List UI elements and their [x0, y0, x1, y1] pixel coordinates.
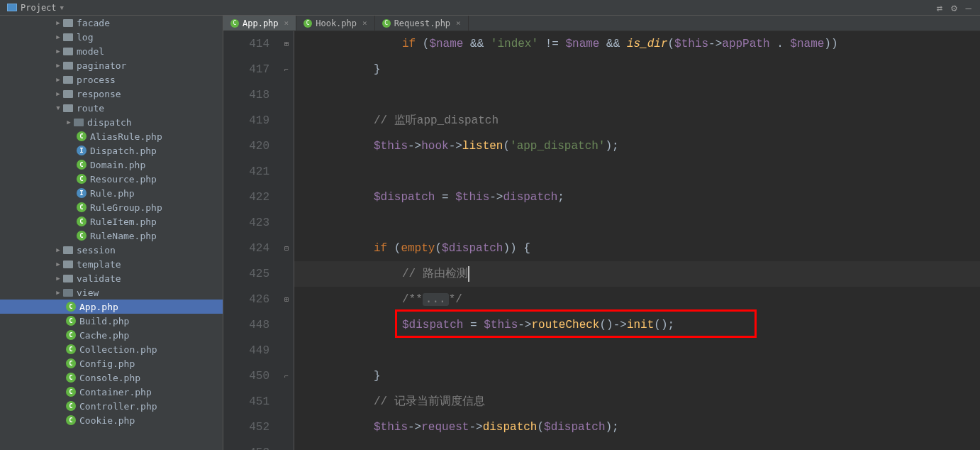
tree-folder[interactable]: template	[0, 257, 223, 271]
code-line[interactable]: if ($name && 'index' != $name && is_dir(…	[294, 31, 980, 57]
code-line[interactable]	[294, 159, 980, 185]
editor-tab[interactable]: CHook.php×	[296, 16, 374, 31]
tab-label: Request.php	[394, 18, 450, 28]
tree-item-label: RuleName.php	[90, 231, 157, 241]
fold-expand-icon[interactable]: ⊞	[282, 39, 291, 49]
tree-folder[interactable]: session	[0, 243, 223, 257]
code-line[interactable]	[294, 82, 980, 108]
tree-folder[interactable]: log	[0, 30, 223, 44]
tree-folder[interactable]: view	[0, 285, 223, 300]
code-line[interactable]: $dispatch = $this->dispatch;	[294, 185, 980, 210]
tree-folder[interactable]: validate	[0, 271, 223, 285]
tree-file[interactable]: CController.php	[0, 399, 223, 413]
code-content[interactable]: if ($name && 'index' != $name && is_dir(…	[294, 31, 980, 450]
tree-arrow-icon[interactable]	[53, 62, 63, 69]
code-line[interactable]: $this->request->dispatch($dispatch);	[294, 415, 980, 440]
tree-file[interactable]: CRuleItem.php	[0, 214, 223, 229]
tree-arrow-icon[interactable]	[53, 19, 63, 26]
tree-file[interactable]: CResource.php	[0, 172, 223, 186]
line-number: 418	[223, 82, 269, 108]
tree-folder[interactable]: process	[0, 72, 223, 87]
tree-arrow-icon[interactable]	[53, 260, 63, 268]
tree-item-label: validate	[77, 273, 121, 284]
tree-file[interactable]: CConfig.php	[0, 356, 223, 371]
code-line[interactable]: /**...*/	[294, 287, 980, 312]
tree-file[interactable]: CDomain.php	[0, 158, 223, 172]
tree-folder[interactable]: model	[0, 44, 223, 58]
code-line[interactable]: // 记录当前调度信息	[294, 389, 980, 415]
tree-file[interactable]: CAliasRule.php	[0, 129, 223, 143]
line-number: 449	[223, 338, 269, 363]
code-line[interactable]: if (empty($dispatch)) {	[294, 236, 980, 261]
line-number: 420	[223, 133, 269, 159]
folder-icon	[63, 104, 73, 112]
code-line[interactable]: // 监听app_dispatch	[294, 108, 980, 133]
tree-item-label: route	[77, 103, 104, 114]
fold-end-icon[interactable]: ⌐	[282, 371, 291, 381]
editor-tab[interactable]: CRequest.php×	[375, 16, 469, 31]
close-icon[interactable]: ×	[362, 18, 367, 28]
tree-arrow-icon[interactable]	[53, 90, 63, 97]
tree-file[interactable]: CCache.php	[0, 328, 223, 342]
project-tree[interactable]: facadelogmodelpaginatorprocessresponsero…	[0, 16, 223, 450]
settings-slider-icon[interactable]: ⇄	[937, 2, 942, 13]
fold-column[interactable]: ⊞⌐⊟⊞⌐	[280, 31, 294, 450]
code-line[interactable]	[294, 338, 980, 363]
tree-arrow-icon[interactable]	[53, 289, 63, 296]
tree-file[interactable]: CRuleGroup.php	[0, 200, 223, 214]
tree-file[interactable]: CConsole.php	[0, 371, 223, 385]
close-icon[interactable]: ×	[456, 18, 461, 28]
tree-folder[interactable]: dispatch	[0, 115, 223, 129]
fold-collapse-icon[interactable]: ⊟	[282, 243, 291, 253]
line-numbers: 4144174184194204214224234244254264484494…	[223, 31, 280, 450]
tree-item-label: log	[77, 32, 93, 43]
tree-file[interactable]: CRuleName.php	[0, 229, 223, 243]
php-file-icon: C	[66, 415, 76, 425]
tree-folder[interactable]: response	[0, 87, 223, 101]
fold-end-icon[interactable]: ⌐	[282, 65, 291, 75]
tree-file[interactable]: CContainer.php	[0, 385, 223, 399]
tree-file[interactable]: IDispatch.php	[0, 143, 223, 158]
tree-file[interactable]: CCookie.php	[0, 413, 223, 427]
line-number: 424	[223, 236, 269, 261]
code-line[interactable]	[294, 440, 980, 450]
collapse-icon[interactable]: —	[966, 2, 971, 13]
tree-arrow-icon[interactable]	[53, 246, 63, 253]
tree-item-label: Rule.php	[90, 188, 135, 199]
editor-tabs: CApp.php×CHook.php×CRequest.php×	[223, 16, 980, 31]
tree-arrow-icon[interactable]	[53, 275, 63, 282]
folder-icon	[63, 33, 73, 41]
php-file-icon: C	[382, 19, 391, 28]
tree-file[interactable]: CCollection.php	[0, 342, 223, 356]
code-line[interactable]: $dispatch = $this->routeCheck()->init();	[294, 312, 980, 338]
tree-file[interactable]: CBuild.php	[0, 314, 223, 328]
tree-arrow-icon[interactable]	[53, 76, 63, 83]
tree-arrow-icon[interactable]	[64, 119, 74, 126]
fold-expand-icon[interactable]: ⊞	[282, 295, 291, 304]
tree-item-label: view	[77, 287, 99, 298]
code-line[interactable]: }	[294, 57, 980, 82]
folder-icon	[63, 275, 73, 282]
tree-arrow-icon[interactable]	[53, 33, 63, 40]
tree-file[interactable]: IRule.php	[0, 186, 223, 200]
code-line[interactable]: }	[294, 363, 980, 389]
php-file-icon: I	[77, 188, 87, 198]
tree-item-label: Controller.php	[79, 401, 157, 412]
gear-icon[interactable]: ⚙	[951, 2, 957, 13]
code-line[interactable]	[294, 210, 980, 236]
tree-folder[interactable]: paginator	[0, 58, 223, 72]
tree-item-label: Container.php	[79, 387, 152, 397]
editor-tab[interactable]: CApp.php×	[223, 16, 296, 31]
tree-arrow-icon[interactable]	[53, 104, 63, 111]
code-line[interactable]: $this->hook->listen('app_dispatch');	[294, 133, 980, 159]
tree-folder[interactable]: facade	[0, 16, 223, 30]
tree-file[interactable]: CApp.php	[0, 300, 223, 314]
code-line[interactable]: // 路由检测	[294, 261, 980, 287]
php-file-icon: C	[77, 160, 87, 170]
tree-folder[interactable]: route	[0, 101, 223, 115]
tree-arrow-icon[interactable]	[53, 48, 63, 55]
project-dropdown[interactable]: Project ▼	[0, 3, 71, 13]
close-icon[interactable]: ×	[284, 18, 289, 28]
code-editor[interactable]: 4144174184194204214224234244254264484494…	[223, 31, 980, 450]
tab-label: Hook.php	[316, 18, 357, 28]
